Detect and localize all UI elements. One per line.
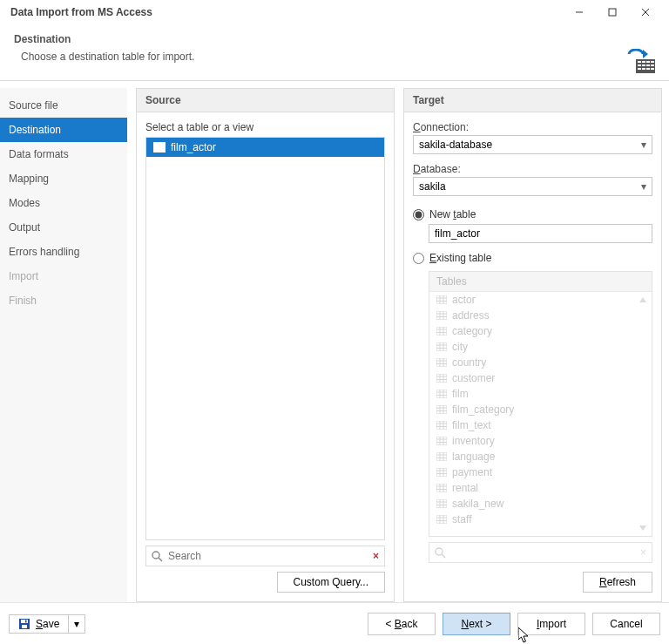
- step-destination[interactable]: Destination: [0, 118, 127, 142]
- svg-rect-7: [642, 61, 645, 63]
- import-button[interactable]: Import: [517, 613, 585, 635]
- step-errors-handling[interactable]: Errors handling: [0, 240, 127, 264]
- source-item-label: film_actor: [171, 141, 216, 153]
- svg-rect-8: [646, 61, 650, 63]
- svg-rect-47: [436, 358, 447, 367]
- minimize-button[interactable]: [563, 0, 596, 24]
- search-icon: [152, 551, 163, 562]
- table-row: sakila_new: [429, 496, 652, 512]
- database-dropdown[interactable]: sakila ▾: [413, 177, 652, 196]
- svg-rect-82: [436, 468, 447, 477]
- cancel-button[interactable]: Cancel: [592, 613, 660, 635]
- titlebar: Data Import from MS Access: [0, 0, 669, 24]
- svg-point-25: [152, 552, 159, 559]
- next-button[interactable]: Next >: [443, 613, 510, 635]
- svg-rect-77: [436, 452, 447, 461]
- save-button[interactable]: Save: [9, 614, 69, 634]
- svg-rect-106: [22, 625, 27, 628]
- svg-marker-4: [643, 50, 648, 58]
- table-row-label: city: [452, 341, 468, 353]
- source-item-film-actor[interactable]: film_actor: [146, 138, 384, 157]
- tables-header: Tables: [429, 272, 652, 292]
- table-row-label: customer: [452, 372, 495, 384]
- step-data-formats[interactable]: Data formats: [0, 142, 127, 166]
- table-row: language: [429, 449, 652, 464]
- svg-rect-107: [25, 620, 27, 622]
- chevron-down-icon: ▾: [641, 139, 646, 151]
- table-row-label: country: [452, 356, 486, 369]
- table-row: film_category: [429, 402, 652, 417]
- source-select-label: Select a table or a view: [145, 121, 385, 133]
- window-title: Data Import from MS Access: [7, 6, 563, 18]
- table-row: rental: [429, 480, 652, 496]
- header-divider: [0, 80, 669, 81]
- table-row: customer: [429, 370, 652, 386]
- target-panel-title: Target: [404, 89, 661, 112]
- table-row-label: inventory: [452, 435, 495, 447]
- connection-dropdown[interactable]: sakila-database ▾: [413, 135, 652, 154]
- table-row: inventory: [429, 433, 652, 449]
- tables-list[interactable]: actoraddresscategorycitycountrycustomerf…: [429, 292, 652, 536]
- save-split-button[interactable]: Save ▾: [9, 614, 85, 634]
- svg-rect-27: [436, 295, 447, 304]
- svg-rect-37: [436, 327, 447, 336]
- import-icon: [625, 49, 655, 75]
- table-row-label: actor: [452, 294, 476, 306]
- step-mapping[interactable]: Mapping: [0, 166, 127, 191]
- svg-rect-42: [436, 342, 447, 351]
- svg-rect-11: [642, 64, 645, 66]
- svg-rect-15: [642, 68, 645, 70]
- svg-line-26: [159, 558, 162, 561]
- page-description: Choose a destination table for import.: [14, 51, 655, 63]
- search-icon: [435, 547, 446, 559]
- maximize-button[interactable]: [596, 0, 629, 24]
- svg-rect-12: [646, 64, 650, 66]
- database-label: Database:: [413, 163, 461, 175]
- step-source-file[interactable]: Source file: [0, 93, 127, 118]
- connection-value: sakila-database: [419, 139, 492, 151]
- table-row: actor: [429, 292, 652, 308]
- svg-rect-57: [436, 390, 447, 398]
- new-table-radio[interactable]: New table: [413, 208, 652, 220]
- step-import: Import: [0, 264, 127, 288]
- target-panel: Target Connection: sakila-database ▾ Dat…: [403, 88, 662, 602]
- svg-rect-9: [651, 61, 654, 63]
- source-table-list[interactable]: film_actor: [145, 137, 385, 540]
- back-button[interactable]: < Back: [368, 613, 436, 635]
- table-row: film_text: [429, 417, 652, 433]
- svg-rect-1: [609, 9, 616, 16]
- close-button[interactable]: [629, 0, 662, 24]
- table-row-label: staff: [452, 513, 471, 525]
- table-row-label: category: [452, 325, 492, 337]
- save-icon: [18, 618, 30, 630]
- main-content: Source file Destination Data formats Map…: [0, 88, 669, 602]
- step-output[interactable]: Output: [0, 215, 127, 240]
- clear-icon: ×: [640, 546, 646, 559]
- step-modes[interactable]: Modes: [0, 191, 127, 215]
- svg-rect-105: [21, 620, 28, 623]
- connection-label: Connection:: [413, 121, 469, 133]
- existing-table-label: Existing table: [429, 252, 491, 264]
- save-label: Save: [36, 618, 59, 630]
- source-search-input[interactable]: [168, 550, 368, 562]
- clear-icon[interactable]: ×: [373, 550, 379, 562]
- existing-table-radio-input[interactable]: [413, 253, 424, 264]
- save-dropdown-toggle[interactable]: ▾: [69, 614, 85, 634]
- window-controls: [563, 0, 662, 24]
- table-row-label: film: [452, 388, 469, 400]
- existing-table-radio[interactable]: Existing table: [413, 252, 652, 264]
- svg-rect-92: [436, 499, 447, 508]
- source-search[interactable]: ×: [145, 546, 385, 566]
- wizard-footer: Save ▾ < Back Next > Import Cancel: [0, 602, 669, 644]
- svg-rect-13: [651, 64, 654, 66]
- svg-rect-62: [436, 405, 447, 414]
- svg-rect-16: [646, 68, 650, 70]
- custom-query-button[interactable]: Custom Query...: [277, 572, 385, 593]
- table-row-label: film_text: [452, 419, 491, 431]
- page-title: Destination: [14, 33, 655, 45]
- new-table-radio-input[interactable]: [413, 209, 424, 220]
- new-table-name-input[interactable]: [429, 224, 652, 243]
- svg-rect-67: [436, 421, 447, 430]
- table-row-label: address: [452, 309, 490, 322]
- refresh-button[interactable]: Refresh: [583, 572, 652, 593]
